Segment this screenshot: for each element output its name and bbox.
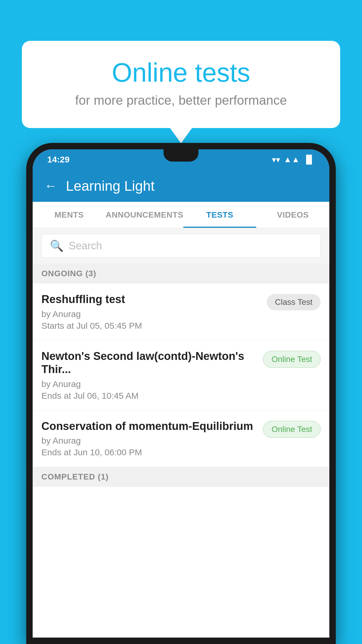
test-info-1: Newton's Second law(contd)-Newton's Thir… [41, 350, 257, 401]
test-author-1: by Anurag [41, 379, 257, 389]
test-name-1: Newton's Second law(contd)-Newton's Thir… [41, 350, 257, 376]
tab-tests[interactable]: TESTS [183, 202, 256, 228]
test-info-0: Reshuffling test by Anurag Starts at Jul… [41, 293, 261, 331]
test-item-0[interactable]: Reshuffling test by Anurag Starts at Jul… [33, 284, 329, 340]
test-name-2: Conservation of momentum-Equilibrium [41, 420, 257, 433]
signal-icon: ▲▲ [284, 155, 300, 164]
test-time-2: Ends at Jun 10, 06:00 PM [41, 447, 257, 457]
test-author-2: by Anurag [41, 436, 257, 446]
speech-bubble-container: Online tests for more practice, better p… [22, 41, 340, 128]
test-badge-0: Class Test [267, 294, 321, 310]
ongoing-label: ONGOING (3) [41, 269, 96, 278]
search-placeholder: Search [69, 240, 102, 252]
tab-videos[interactable]: VIDEOS [256, 202, 329, 228]
test-time-0: Starts at Jul 05, 05:45 PM [41, 321, 261, 331]
battery-icon: ▐▌ [303, 155, 315, 164]
search-container: 🔍 Search [33, 228, 329, 264]
completed-label: COMPLETED (1) [41, 472, 109, 481]
wifi-icon: ▾▾ [272, 155, 280, 164]
status-icons: ▾▾ ▲▲ ▐▌ [272, 155, 315, 164]
search-bar[interactable]: 🔍 Search [41, 234, 321, 258]
bubble-subtitle: for more practice, better performance [45, 93, 317, 108]
test-author-0: by Anurag [41, 309, 261, 319]
status-time: 14:29 [47, 155, 70, 164]
phone-screen: 14:29 ▾▾ ▲▲ ▐▌ ← Learning Light MENTS AN… [33, 149, 329, 638]
test-badge-1: Online Test [263, 351, 321, 368]
app-title: Learning Light [66, 178, 154, 194]
tabs-bar: MENTS ANNOUNCEMENTS TESTS VIDEOS [33, 202, 329, 228]
test-item-1[interactable]: Newton's Second law(contd)-Newton's Thir… [33, 340, 329, 410]
test-name-0: Reshuffling test [41, 293, 261, 306]
phone-notch [164, 149, 198, 162]
speech-bubble: Online tests for more practice, better p… [22, 41, 340, 128]
test-item-2[interactable]: Conservation of momentum-Equilibrium by … [33, 410, 329, 467]
ongoing-section-header: ONGOING (3) [33, 264, 329, 284]
phone-frame: 14:29 ▾▾ ▲▲ ▐▌ ← Learning Light MENTS AN… [26, 143, 336, 644]
bubble-title: Online tests [45, 58, 317, 87]
test-badge-2: Online Test [263, 421, 321, 438]
tab-ments[interactable]: MENTS [33, 202, 106, 228]
app-header: ← Learning Light [33, 170, 329, 202]
tab-announcements[interactable]: ANNOUNCEMENTS [106, 202, 183, 228]
completed-section-header: COMPLETED (1) [33, 467, 329, 487]
search-icon: 🔍 [50, 239, 64, 252]
test-info-2: Conservation of momentum-Equilibrium by … [41, 420, 257, 458]
test-time-1: Ends at Jul 06, 10:45 AM [41, 391, 257, 401]
back-button[interactable]: ← [44, 178, 57, 193]
